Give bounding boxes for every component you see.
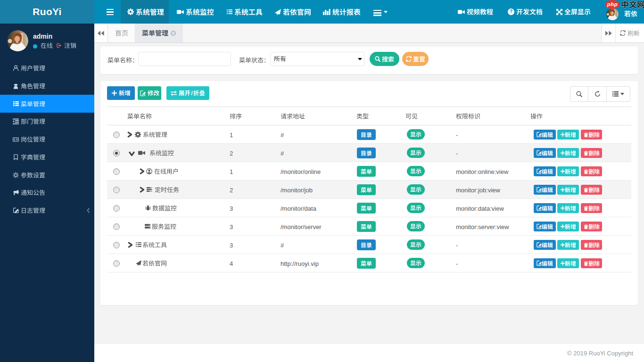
svg-text:?: ? [510, 9, 512, 14]
